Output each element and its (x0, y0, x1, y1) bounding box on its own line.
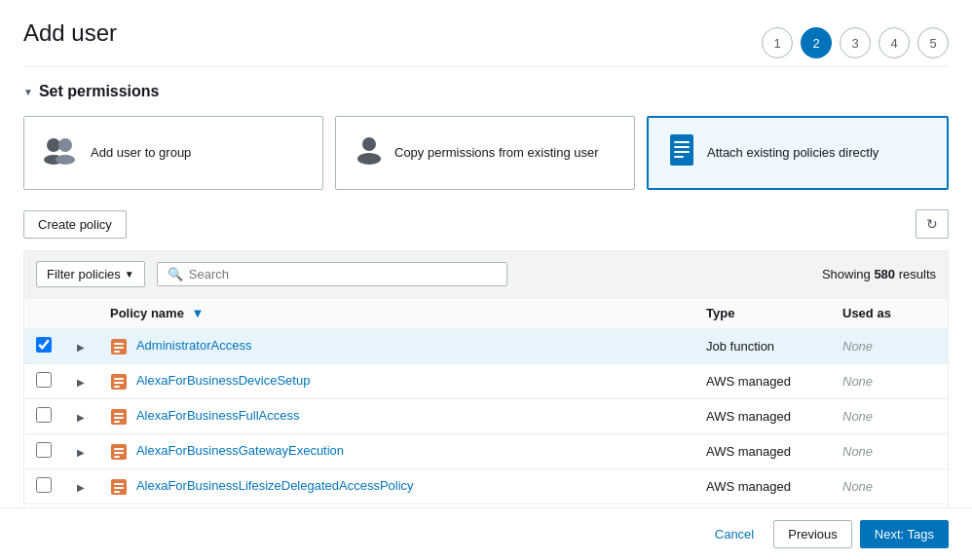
section-header: ▼ Set permissions (23, 66, 949, 100)
next-button[interactable]: Next: Tags (860, 520, 949, 548)
row-3-checkbox-cell (24, 399, 63, 434)
row-3-checkbox[interactable] (36, 407, 52, 423)
row-5-type: AWS managed (694, 469, 831, 504)
row-2-checkbox-cell (24, 364, 63, 399)
group-icon (44, 135, 79, 170)
row-3-expand-button[interactable]: ▶ (75, 410, 87, 425)
permission-card-group[interactable]: Add user to group (23, 116, 323, 190)
cancel-button[interactable]: Cancel (703, 521, 766, 547)
svg-rect-10 (674, 156, 684, 158)
svg-rect-22 (114, 421, 120, 423)
row-5-used-as: None (831, 469, 948, 504)
row-4-policy-icon (110, 443, 128, 461)
row-5-checkbox[interactable] (36, 477, 52, 493)
row-2-expand-button[interactable]: ▶ (75, 375, 87, 390)
permission-card-copy-label: Copy permissions from existing user (394, 144, 599, 162)
row-3-expand-cell: ▶ (63, 399, 98, 434)
refresh-button[interactable]: ↻ (916, 209, 949, 239)
permission-card-group-label: Add user to group (91, 144, 191, 162)
row-3-type: AWS managed (694, 399, 831, 434)
search-icon: 🔍 (168, 267, 183, 281)
svg-rect-28 (114, 483, 124, 485)
row-3-policy-link[interactable]: AlexaForBusinessFullAccess (136, 408, 300, 423)
svg-rect-8 (674, 146, 690, 148)
th-used-as: Used as (831, 298, 948, 329)
svg-rect-13 (114, 347, 124, 349)
search-input[interactable] (189, 267, 497, 281)
svg-rect-30 (114, 491, 120, 493)
row-3-policy-icon (110, 408, 128, 426)
permission-card-attach-label: Attach existing policies directly (707, 144, 879, 162)
table-row: ▶ AlexaForBusinessFullAccess AWS managed… (24, 399, 948, 434)
th-checkbox (24, 298, 63, 329)
previous-button[interactable]: Previous (773, 520, 852, 548)
row-1-used-as: None (831, 329, 948, 364)
row-1-checkbox[interactable] (36, 337, 52, 353)
row-2-used-as: None (831, 364, 948, 399)
filter-bar: Filter policies ▼ 🔍 Showing 580 results (23, 250, 949, 297)
row-4-type: AWS managed (694, 434, 831, 469)
row-1-name-cell: AdministratorAccess (98, 329, 694, 364)
row-1-policy-link[interactable]: AdministratorAccess (136, 338, 251, 353)
svg-rect-24 (114, 448, 124, 450)
svg-rect-25 (114, 452, 124, 454)
svg-point-3 (56, 155, 75, 165)
row-2-type: AWS managed (694, 364, 831, 399)
svg-point-1 (58, 138, 72, 152)
svg-rect-17 (114, 382, 124, 384)
permission-card-copy[interactable]: Copy permissions from existing user (335, 116, 635, 190)
table-row: ▶ AdministratorAccess Job function None (24, 329, 948, 364)
filter-policies-label: Filter policies (47, 267, 121, 281)
permission-card-attach[interactable]: Attach existing policies directly (647, 116, 949, 190)
document-icon (668, 133, 695, 172)
row-4-policy-link[interactable]: AlexaForBusinessGatewayExecution (136, 443, 344, 458)
row-5-policy-link[interactable]: AlexaForBusinessLifesizeDelegatedAccessP… (136, 478, 414, 493)
row-2-expand-cell: ▶ (63, 364, 98, 399)
row-2-name-cell: AlexaForBusinessDeviceSetup (98, 364, 694, 399)
row-4-expand-cell: ▶ (63, 434, 98, 469)
svg-rect-26 (114, 456, 120, 458)
row-4-checkbox[interactable] (36, 442, 52, 458)
search-box: 🔍 (157, 262, 507, 286)
row-2-policy-link[interactable]: AlexaForBusinessDeviceSetup (136, 373, 310, 388)
row-4-expand-button[interactable]: ▶ (75, 445, 87, 460)
row-4-name-cell: AlexaForBusinessGatewayExecution (98, 434, 694, 469)
row-4-used-as: None (831, 434, 948, 469)
row-4-checkbox-cell (24, 434, 63, 469)
svg-rect-7 (674, 141, 690, 143)
row-3-name-cell: AlexaForBusinessFullAccess (98, 399, 694, 434)
row-3-used-as: None (831, 399, 948, 434)
step-3[interactable]: 3 (840, 27, 871, 58)
step-indicator: 1 2 3 4 5 (762, 27, 949, 58)
row-2-checkbox[interactable] (36, 372, 52, 388)
table-header: Policy name ▼ Type Used as (24, 298, 948, 329)
th-type: Type (694, 298, 831, 329)
svg-point-4 (362, 137, 376, 151)
row-5-expand-cell: ▶ (63, 469, 98, 504)
filter-chevron-icon: ▼ (125, 269, 134, 280)
create-policy-button[interactable]: Create policy (23, 210, 127, 239)
row-5-policy-icon (110, 478, 128, 496)
svg-rect-18 (114, 386, 120, 388)
filter-policies-button[interactable]: Filter policies ▼ (36, 261, 145, 287)
toolbar: Create policy ↻ (23, 209, 949, 239)
section-title: Set permissions (39, 83, 160, 100)
step-1[interactable]: 1 (762, 27, 793, 58)
person-icon (355, 135, 383, 170)
row-1-expand-cell: ▶ (63, 329, 98, 364)
svg-rect-21 (114, 417, 124, 419)
permission-options: Add user to group Copy permissions from … (23, 116, 949, 190)
row-1-type: Job function (694, 329, 831, 364)
table-row: ▶ AlexaForBusinessDeviceSetup AWS manage… (24, 364, 948, 399)
step-2[interactable]: 2 (801, 27, 832, 58)
row-1-policy-icon (110, 338, 128, 355)
row-1-expand-button[interactable]: ▶ (75, 340, 87, 355)
svg-rect-16 (114, 378, 124, 380)
row-5-expand-button[interactable]: ▶ (75, 480, 87, 495)
step-5[interactable]: 5 (917, 27, 949, 58)
refresh-icon: ↻ (926, 216, 938, 232)
svg-rect-12 (114, 343, 124, 345)
step-4[interactable]: 4 (879, 27, 910, 58)
svg-rect-29 (114, 487, 124, 489)
th-policy-name[interactable]: Policy name ▼ (98, 298, 694, 329)
